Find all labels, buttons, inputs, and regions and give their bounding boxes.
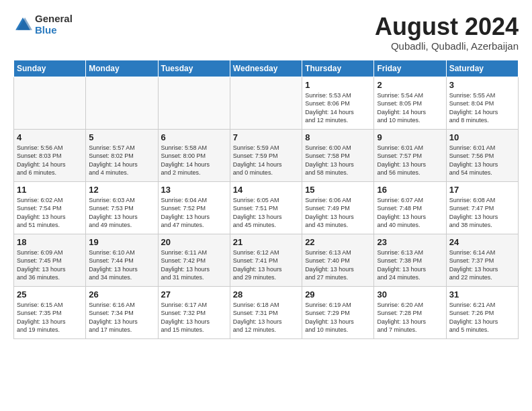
calendar-cell: 2Sunrise: 5:54 AM Sunset: 8:05 PM Daylig… <box>374 77 446 129</box>
day-number: 29 <box>305 289 371 300</box>
calendar-cell: 14Sunrise: 6:05 AM Sunset: 7:51 PM Dayli… <box>230 181 302 234</box>
day-info: Sunrise: 6:12 AM Sunset: 7:41 PM Dayligh… <box>233 248 299 282</box>
calendar-cell: 11Sunrise: 6:02 AM Sunset: 7:54 PM Dayli… <box>14 181 86 234</box>
calendar-cell: 13Sunrise: 6:04 AM Sunset: 7:52 PM Dayli… <box>158 181 230 234</box>
calendar-cell: 17Sunrise: 6:08 AM Sunset: 7:47 PM Dayli… <box>446 181 518 234</box>
day-number: 11 <box>17 185 83 195</box>
logo: General Blue <box>13 13 73 36</box>
day-info: Sunrise: 6:21 AM Sunset: 7:26 PM Dayligh… <box>449 301 515 334</box>
header-thursday: Thursday <box>302 60 374 77</box>
day-info: Sunrise: 6:17 AM Sunset: 7:32 PM Dayligh… <box>161 301 227 334</box>
calendar-cell: 25Sunrise: 6:15 AM Sunset: 7:35 PM Dayli… <box>14 286 86 338</box>
day-info: Sunrise: 6:11 AM Sunset: 7:42 PM Dayligh… <box>161 248 227 282</box>
calendar-week-row: 11Sunrise: 6:02 AM Sunset: 7:54 PM Dayli… <box>14 181 519 234</box>
day-number: 16 <box>377 185 443 195</box>
day-number: 15 <box>305 185 371 195</box>
day-info: Sunrise: 6:15 AM Sunset: 7:35 PM Dayligh… <box>17 301 83 334</box>
day-info: Sunrise: 6:19 AM Sunset: 7:29 PM Dayligh… <box>305 301 371 334</box>
day-number: 18 <box>17 237 83 247</box>
day-info: Sunrise: 5:59 AM Sunset: 7:59 PM Dayligh… <box>233 144 299 177</box>
day-number: 4 <box>17 132 83 142</box>
calendar-cell: 18Sunrise: 6:09 AM Sunset: 7:45 PM Dayli… <box>14 234 86 286</box>
calendar-cell: 5Sunrise: 5:57 AM Sunset: 8:02 PM Daylig… <box>86 129 158 181</box>
day-info: Sunrise: 6:03 AM Sunset: 7:53 PM Dayligh… <box>89 196 154 230</box>
calendar-cell: 21Sunrise: 6:12 AM Sunset: 7:41 PM Dayli… <box>230 234 302 286</box>
logo-text: General Blue <box>35 13 73 36</box>
calendar-header: Sunday Monday Tuesday Wednesday Thursday… <box>14 60 519 77</box>
calendar-cell: 29Sunrise: 6:19 AM Sunset: 7:29 PM Dayli… <box>302 286 374 338</box>
day-info: Sunrise: 5:53 AM Sunset: 8:06 PM Dayligh… <box>305 91 371 125</box>
day-number: 25 <box>17 289 83 300</box>
calendar-cell: 4Sunrise: 5:56 AM Sunset: 8:03 PM Daylig… <box>14 129 86 181</box>
day-number: 26 <box>89 289 154 300</box>
calendar-cell: 1Sunrise: 5:53 AM Sunset: 8:06 PM Daylig… <box>302 77 374 129</box>
day-info: Sunrise: 6:16 AM Sunset: 7:34 PM Dayligh… <box>89 301 154 334</box>
day-info: Sunrise: 6:05 AM Sunset: 7:51 PM Dayligh… <box>233 196 299 230</box>
page-header: General Blue August 2024 Qubadli, Qubadl… <box>13 13 519 52</box>
calendar-cell: 27Sunrise: 6:17 AM Sunset: 7:32 PM Dayli… <box>158 286 230 338</box>
day-number: 27 <box>161 289 227 300</box>
day-number: 2 <box>377 80 443 90</box>
day-info: Sunrise: 6:18 AM Sunset: 7:31 PM Dayligh… <box>233 301 299 334</box>
calendar-cell: 26Sunrise: 6:16 AM Sunset: 7:34 PM Dayli… <box>86 286 158 338</box>
month-title: August 2024 <box>375 13 519 40</box>
calendar-cell: 16Sunrise: 6:07 AM Sunset: 7:48 PM Dayli… <box>374 181 446 234</box>
calendar-cell: 23Sunrise: 6:13 AM Sunset: 7:38 PM Dayli… <box>374 234 446 286</box>
header-sunday: Sunday <box>14 60 86 77</box>
day-number: 6 <box>161 132 227 142</box>
day-number: 8 <box>305 132 371 142</box>
header-saturday: Saturday <box>446 60 518 77</box>
day-info: Sunrise: 6:01 AM Sunset: 7:57 PM Dayligh… <box>377 144 443 177</box>
calendar-cell: 15Sunrise: 6:06 AM Sunset: 7:49 PM Dayli… <box>302 181 374 234</box>
day-number: 31 <box>449 289 515 300</box>
day-number: 13 <box>161 185 227 195</box>
weekday-header-row: Sunday Monday Tuesday Wednesday Thursday… <box>14 60 519 77</box>
day-info: Sunrise: 6:13 AM Sunset: 7:38 PM Dayligh… <box>377 248 443 282</box>
day-number: 7 <box>233 132 299 142</box>
day-number: 9 <box>377 132 443 142</box>
day-number: 1 <box>305 80 371 90</box>
calendar-cell: 9Sunrise: 6:01 AM Sunset: 7:57 PM Daylig… <box>374 129 446 181</box>
day-number: 22 <box>305 237 371 247</box>
day-info: Sunrise: 6:14 AM Sunset: 7:37 PM Dayligh… <box>449 248 515 282</box>
calendar-cell: 8Sunrise: 6:00 AM Sunset: 7:58 PM Daylig… <box>302 129 374 181</box>
calendar-cell: 20Sunrise: 6:11 AM Sunset: 7:42 PM Dayli… <box>158 234 230 286</box>
calendar-cell: 3Sunrise: 5:55 AM Sunset: 8:04 PM Daylig… <box>446 77 518 129</box>
logo-blue-text: Blue <box>35 25 73 36</box>
day-info: Sunrise: 6:09 AM Sunset: 7:45 PM Dayligh… <box>17 248 83 282</box>
day-info: Sunrise: 5:54 AM Sunset: 8:05 PM Dayligh… <box>377 91 443 125</box>
calendar-table: Sunday Monday Tuesday Wednesday Thursday… <box>13 60 519 339</box>
day-info: Sunrise: 6:02 AM Sunset: 7:54 PM Dayligh… <box>17 196 83 230</box>
day-info: Sunrise: 6:06 AM Sunset: 7:49 PM Dayligh… <box>305 196 371 230</box>
header-friday: Friday <box>374 60 446 77</box>
header-wednesday: Wednesday <box>230 60 302 77</box>
header-monday: Monday <box>86 60 158 77</box>
calendar-cell <box>14 77 86 129</box>
calendar-week-row: 25Sunrise: 6:15 AM Sunset: 7:35 PM Dayli… <box>14 286 519 338</box>
calendar-cell <box>230 77 302 129</box>
day-number: 21 <box>233 237 299 247</box>
day-number: 5 <box>89 132 154 142</box>
day-info: Sunrise: 5:57 AM Sunset: 8:02 PM Dayligh… <box>89 144 154 177</box>
day-number: 30 <box>377 289 443 300</box>
day-info: Sunrise: 5:58 AM Sunset: 8:00 PM Dayligh… <box>161 144 227 177</box>
day-info: Sunrise: 6:20 AM Sunset: 7:28 PM Dayligh… <box>377 301 443 334</box>
day-number: 12 <box>89 185 154 195</box>
calendar-week-row: 4Sunrise: 5:56 AM Sunset: 8:03 PM Daylig… <box>14 129 519 181</box>
calendar-cell: 24Sunrise: 6:14 AM Sunset: 7:37 PM Dayli… <box>446 234 518 286</box>
day-number: 10 <box>449 132 515 142</box>
day-number: 19 <box>89 237 154 247</box>
day-info: Sunrise: 6:04 AM Sunset: 7:52 PM Dayligh… <box>161 196 227 230</box>
calendar-cell: 22Sunrise: 6:13 AM Sunset: 7:40 PM Dayli… <box>302 234 374 286</box>
logo-icon <box>13 15 32 34</box>
calendar-cell: 10Sunrise: 6:01 AM Sunset: 7:56 PM Dayli… <box>446 129 518 181</box>
location-subtitle: Qubadli, Qubadli, Azerbaijan <box>375 40 519 52</box>
day-number: 28 <box>233 289 299 300</box>
calendar-cell: 6Sunrise: 5:58 AM Sunset: 8:00 PM Daylig… <box>158 129 230 181</box>
day-number: 24 <box>449 237 515 247</box>
day-info: Sunrise: 6:07 AM Sunset: 7:48 PM Dayligh… <box>377 196 443 230</box>
calendar-body: 1Sunrise: 5:53 AM Sunset: 8:06 PM Daylig… <box>14 77 519 338</box>
day-info: Sunrise: 6:10 AM Sunset: 7:44 PM Dayligh… <box>89 248 154 282</box>
day-number: 20 <box>161 237 227 247</box>
day-number: 23 <box>377 237 443 247</box>
